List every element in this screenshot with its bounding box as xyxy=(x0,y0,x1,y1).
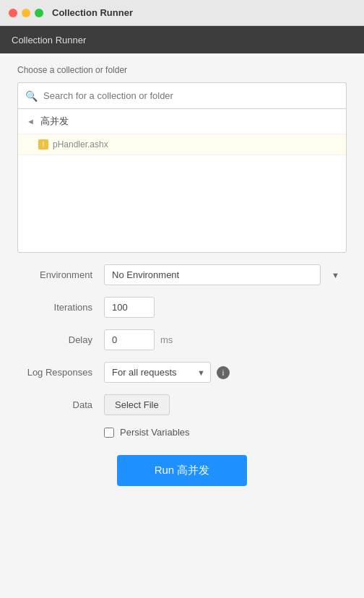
maximize-button[interactable] xyxy=(35,9,43,17)
iterations-row: Iterations xyxy=(17,297,347,318)
iterations-input[interactable] xyxy=(104,297,155,318)
tab-bar: Collection Runner xyxy=(0,26,364,53)
window-title: Collection Runner xyxy=(52,7,133,18)
delay-input[interactable] xyxy=(104,329,155,350)
title-bar: Collection Runner xyxy=(0,0,364,26)
tab-title: Collection Runner xyxy=(12,35,86,46)
iterations-label: Iterations xyxy=(17,302,104,313)
environment-label: Environment xyxy=(17,269,104,280)
close-button[interactable] xyxy=(9,9,17,17)
collection-section-label: Choose a collection or folder xyxy=(17,65,347,75)
delay-label: Delay xyxy=(17,334,104,345)
collection-list: ◄ 高并发 f pHandler.ashx xyxy=(17,108,347,253)
collection-panel: 🔍 ◄ 高并发 f pHandler.ashx xyxy=(17,82,347,253)
run-button[interactable]: Run 高并发 xyxy=(117,455,247,486)
log-responses-select[interactable]: For all requests For failed requests For… xyxy=(104,362,211,383)
log-responses-label: Log Responses xyxy=(17,367,104,378)
data-label: Data xyxy=(17,399,104,410)
form-section: Environment No Environment ▼ Iterations … xyxy=(17,264,347,486)
select-file-button[interactable]: Select File xyxy=(104,394,170,415)
search-input[interactable] xyxy=(43,90,339,101)
info-icon[interactable]: i xyxy=(217,366,230,379)
traffic-lights xyxy=(9,9,43,17)
delay-row: Delay ms xyxy=(17,329,347,350)
collection-arrow-icon: ◄ xyxy=(27,117,35,126)
iterations-control xyxy=(104,297,347,318)
search-icon: 🔍 xyxy=(25,90,38,102)
environment-select-wrapper: No Environment ▼ xyxy=(104,264,347,285)
collection-item-label: 高并发 xyxy=(40,115,69,128)
search-box: 🔍 xyxy=(17,82,347,108)
persist-variables-row: Persist Variables xyxy=(17,427,347,438)
minimize-button[interactable] xyxy=(22,9,30,17)
collection-item[interactable]: ◄ 高并发 xyxy=(18,109,346,134)
main-content: Choose a collection or folder 🔍 ◄ 高并发 f … xyxy=(0,53,364,498)
environment-select[interactable]: No Environment xyxy=(104,264,321,285)
persist-variables-label: Persist Variables xyxy=(120,427,190,438)
run-button-container: Run 高并发 xyxy=(17,455,347,486)
chevron-down-icon: ▼ xyxy=(332,271,339,280)
environment-row: Environment No Environment ▼ xyxy=(17,264,347,285)
log-responses-row: Log Responses For all requests For faile… xyxy=(17,362,347,383)
persist-variables-checkbox[interactable] xyxy=(104,428,114,438)
sub-item-icon: f xyxy=(38,139,48,150)
data-row: Data Select File xyxy=(17,394,347,415)
delay-suffix: ms xyxy=(160,334,173,345)
log-responses-select-container: For all requests For failed requests For… xyxy=(104,362,211,383)
sub-item-text: pHandler.ashx xyxy=(53,139,108,150)
delay-control: ms xyxy=(104,329,347,350)
log-responses-control: For all requests For failed requests For… xyxy=(104,362,347,383)
data-control: Select File xyxy=(104,394,347,415)
sub-item[interactable]: f pHandler.ashx xyxy=(18,134,346,155)
